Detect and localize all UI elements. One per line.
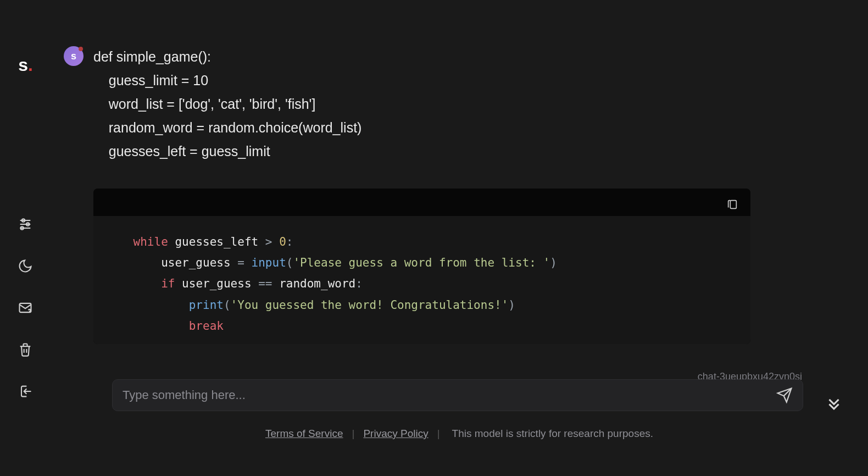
logo-dot: . <box>28 55 32 75</box>
settings-sliders-icon[interactable] <box>15 214 35 234</box>
footer-sep-2: | <box>437 428 440 440</box>
avatar: s <box>64 46 84 66</box>
logo: s. <box>0 55 51 75</box>
footer: Terms of Service | Privacy Policy | This… <box>51 428 868 440</box>
mail-question-icon[interactable] <box>15 298 35 318</box>
sidebar: s. <box>0 0 51 476</box>
terms-link[interactable]: Terms of Service <box>265 428 343 440</box>
moon-icon[interactable] <box>15 256 35 276</box>
message-body: def simple_game(): guess_limit = 10 word… <box>93 45 767 344</box>
send-icon[interactable] <box>776 387 793 403</box>
svg-rect-8 <box>730 201 736 209</box>
code-block: while guesses_left > 0: user_guess = inp… <box>93 189 750 344</box>
avatar-letter: s <box>71 51 76 62</box>
chat-input-row <box>112 379 803 411</box>
scroll-down-icon[interactable] <box>822 391 846 416</box>
copy-icon[interactable] <box>726 195 738 209</box>
assistant-message: s def simple_game(): guess_limit = 10 wo… <box>64 45 767 344</box>
footer-note: This model is strictly for research purp… <box>452 428 653 440</box>
main-area: s def simple_game(): guess_limit = 10 wo… <box>51 0 868 476</box>
chat-input[interactable] <box>123 388 776 402</box>
logout-icon[interactable] <box>15 381 35 401</box>
sidebar-icons <box>0 214 51 401</box>
code-block-header <box>93 189 750 216</box>
logo-text: s <box>18 55 27 75</box>
code-block-content: while guesses_left > 0: user_guess = inp… <box>93 216 750 344</box>
footer-sep-1: | <box>352 428 354 440</box>
privacy-link[interactable]: Privacy Policy <box>363 428 428 440</box>
message-plain-code: def simple_game(): guess_limit = 10 word… <box>93 45 767 163</box>
trash-icon[interactable] <box>15 340 35 359</box>
app-root: s. s <box>0 0 868 476</box>
